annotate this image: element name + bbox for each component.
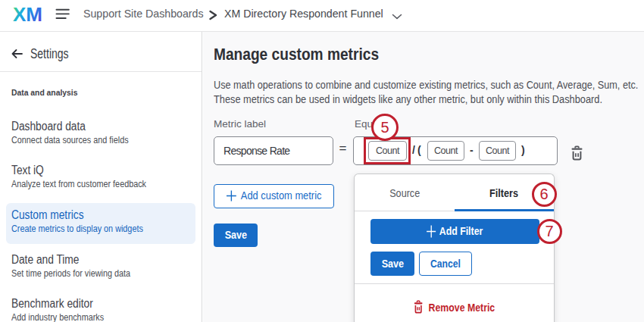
svg-text:XM: XM: [13, 6, 42, 23]
